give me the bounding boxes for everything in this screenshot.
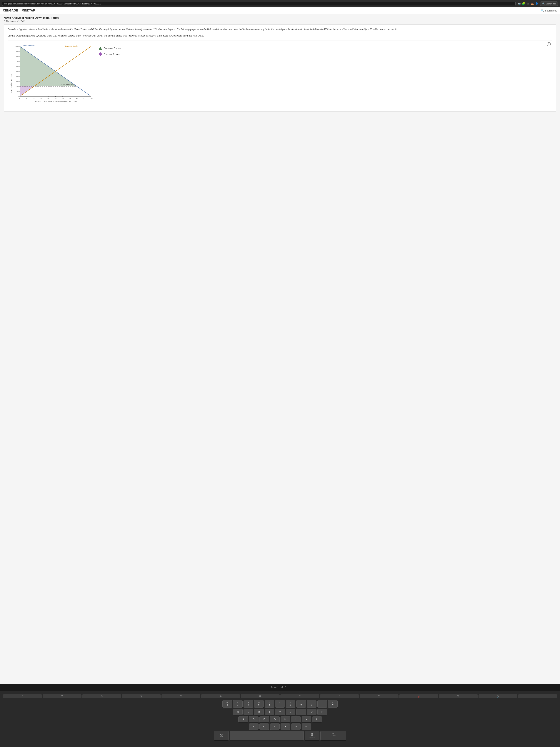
command-symbol: ⌘ — [220, 733, 223, 738]
svg-text:900: 900 — [16, 50, 19, 52]
qwerty-row: W E R T Y U I O P — [3, 709, 557, 715]
key-j[interactable]: J — [291, 716, 301, 723]
cengage-header: CENGAGE | MINDTAP 🔍 Search this — [0, 7, 560, 14]
f6-key[interactable]: F6⌨ — [241, 694, 279, 698]
url-bar[interactable]: cengage.com/static/nb/ui/evo/index.html?… — [2, 2, 515, 6]
key-m[interactable]: M — [302, 723, 311, 730]
key-y[interactable]: Y — [275, 709, 285, 715]
right-command-key[interactable]: ⌘ command — [304, 731, 319, 740]
key-d[interactable]: D — [249, 716, 259, 723]
svg-text:700: 700 — [16, 60, 19, 62]
key-4[interactable]: $ 4 — [243, 700, 253, 708]
alt-option-key[interactable]: alt option — [320, 731, 346, 740]
f9-key[interactable]: F9⏭ — [359, 694, 399, 698]
svg-text:100: 100 — [90, 98, 92, 100]
key-g[interactable]: G — [270, 716, 279, 723]
svg-text:400: 400 — [16, 75, 19, 77]
f8-key[interactable]: F8⏯ — [320, 694, 359, 698]
power-key[interactable]: ⏻ — [518, 694, 557, 698]
svg-text:20: 20 — [33, 98, 35, 100]
key-i[interactable]: I — [296, 709, 306, 715]
f4-key[interactable]: F4⠿ — [161, 694, 201, 698]
consumer-surplus-label: Consumer Surplus — [104, 47, 121, 49]
page-title: News Analysis: Nailing Down Metal Tariff… — [4, 16, 556, 19]
content-card: Consider a hypothetical example of trade… — [4, 24, 556, 111]
svg-text:80: 80 — [76, 98, 78, 100]
page-subtitle: 2. The Impact of a Tariff — [4, 20, 556, 22]
space-bar[interactable] — [230, 731, 304, 740]
svg-text:60: 60 — [62, 98, 63, 100]
function-row: fn F1☀ F2☀☀ F3⊞ F4⠿ F5⌨ F6⌨ F7⏮ F8⏯ F9⏭ … — [3, 694, 557, 698]
key-c[interactable]: C — [260, 723, 269, 730]
key-6[interactable]: ^ 6 — [265, 700, 274, 708]
key-equals[interactable]: + = — [328, 700, 338, 708]
svg-text:200: 200 — [16, 85, 19, 87]
svg-text:0: 0 — [18, 96, 19, 97]
profile-icon[interactable]: 👤 — [535, 2, 538, 5]
free-trade-label: Free Trade Price — [61, 84, 74, 85]
key-f[interactable]: F — [260, 716, 269, 723]
option-text: option — [323, 735, 343, 736]
search-icon: 🔍 — [541, 9, 544, 12]
legend-area: Consumer Surplus Producer Surplus — [99, 43, 121, 56]
browser-icons: 📷 🧩 ☆ 📤 👤 — [517, 2, 538, 5]
f7-key[interactable]: F7⏮ — [281, 694, 319, 698]
svg-text:0: 0 — [19, 98, 20, 100]
f1-key[interactable]: F1☀ — [43, 694, 81, 698]
svg-text:1000: 1000 — [15, 45, 19, 47]
number-row: @ 2 # 3 $ 4 % 5 ^ 6 & 7 * 8 ( 9 — [3, 700, 557, 708]
consumer-surplus-legend: Consumer Surplus — [99, 46, 121, 50]
f12-key[interactable]: F12🔊 — [479, 694, 517, 698]
key-h[interactable]: H — [281, 716, 290, 723]
key-p[interactable]: P — [317, 709, 327, 715]
key-s[interactable]: S — [238, 716, 248, 723]
supply-label: Domestic Supply — [65, 45, 78, 47]
search-icon: 🔍 — [542, 2, 545, 5]
f11-key[interactable]: F11🔉 — [439, 694, 478, 698]
triangle-symbol — [99, 46, 102, 50]
left-command-key[interactable]: ⌘ — [214, 731, 229, 740]
fn-key[interactable]: fn — [3, 694, 42, 698]
key-k[interactable]: K — [302, 716, 311, 723]
star-icon[interactable]: ☆ — [527, 2, 529, 5]
key-v[interactable]: V — [270, 723, 279, 730]
key-5[interactable]: % 5 — [254, 700, 264, 708]
svg-text:300: 300 — [16, 80, 19, 82]
key-x[interactable]: X — [249, 723, 259, 730]
key-b[interactable]: B — [281, 723, 290, 730]
key-u[interactable]: U — [286, 709, 295, 715]
svg-text:500: 500 — [16, 70, 19, 72]
key-minus[interactable]: _ - — [317, 700, 327, 708]
f3-key[interactable]: F3⊞ — [122, 694, 161, 698]
key-8[interactable]: * 8 — [286, 700, 295, 708]
key-t[interactable]: T — [265, 709, 274, 715]
extensions-icon[interactable]: 🧩 — [522, 2, 525, 5]
key-e[interactable]: E — [243, 709, 253, 715]
alt-text: alt — [323, 732, 343, 735]
key-9[interactable]: ( 9 — [296, 700, 306, 708]
f2-key[interactable]: F2☀☀ — [82, 694, 121, 698]
chart-svg: PRICE (Dollars per tonne) 0 100 — [10, 43, 95, 106]
key-l[interactable]: L — [312, 716, 322, 723]
key-r[interactable]: R — [254, 709, 264, 715]
svg-text:10: 10 — [26, 98, 28, 100]
key-7[interactable]: & 7 — [275, 700, 285, 708]
command-label-right: command — [309, 737, 315, 739]
svg-text:90: 90 — [83, 98, 85, 100]
cengage-brand: CENGAGE — [3, 9, 18, 12]
key-2[interactable]: @ 2 — [222, 700, 232, 708]
f5-key[interactable]: F5⌨ — [201, 694, 240, 698]
key-n[interactable]: N — [291, 723, 301, 730]
key-w[interactable]: W — [233, 709, 243, 715]
f10-key[interactable]: F10🔇 — [399, 694, 438, 698]
diamond-symbol — [99, 52, 102, 56]
svg-text:800: 800 — [16, 55, 19, 57]
key-0[interactable]: ) 0 — [307, 700, 317, 708]
graph-wrapper: PRICE (Dollars per tonne) 0 100 — [10, 43, 550, 106]
search-this-button[interactable]: 🔍 Search this — [540, 1, 558, 6]
screenshot-icon[interactable]: 📷 — [517, 2, 521, 5]
key-o[interactable]: O — [307, 709, 317, 715]
header-search[interactable]: 🔍 Search this — [541, 9, 557, 12]
key-3[interactable]: # 3 — [233, 700, 243, 708]
share-icon[interactable]: 📤 — [531, 2, 534, 5]
